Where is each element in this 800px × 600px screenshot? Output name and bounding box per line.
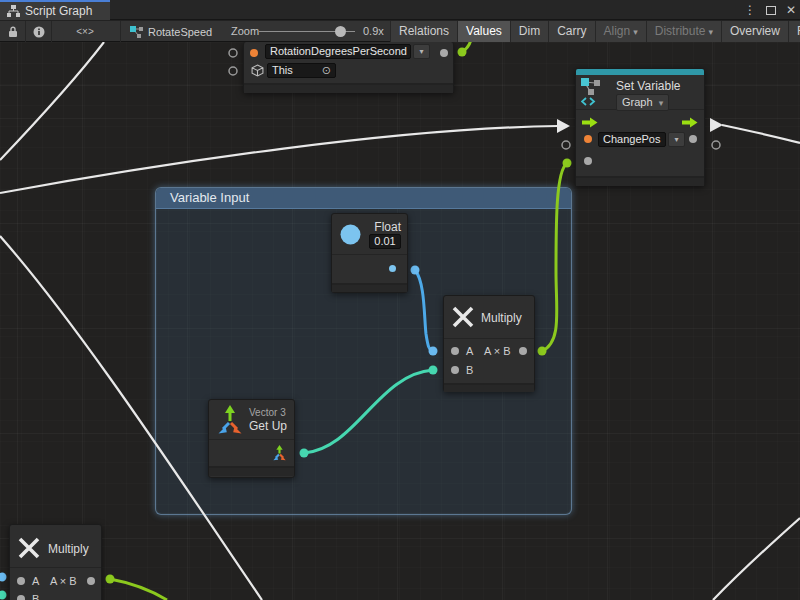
menu-icon[interactable]: ⋮ — [744, 0, 756, 20]
vector3-output-port[interactable] — [272, 445, 287, 461]
node-footer — [332, 283, 407, 292]
float-value-field[interactable]: 0.01 — [369, 234, 401, 249]
node-type-label: Vector 3 — [249, 407, 286, 418]
zoom-slider-handle[interactable] — [335, 26, 346, 37]
wire-green-multiply-to-setvariable[interactable] — [542, 163, 567, 351]
input-port-a[interactable] — [17, 577, 25, 585]
input-port-a[interactable] — [451, 347, 459, 355]
wire-blue-float-to-multiply-a[interactable] — [415, 270, 433, 351]
zoom-value: 0.9x — [363, 25, 384, 37]
object-picker-icon[interactable]: ⊙ — [322, 64, 331, 77]
open-port[interactable] — [229, 67, 237, 75]
zoom-label: Zoom — [231, 25, 259, 37]
align-button[interactable]: Align▾ — [595, 21, 646, 42]
wire-green-multiply2-out[interactable] — [110, 579, 167, 600]
carry-button[interactable]: Carry — [548, 21, 594, 42]
gameobject-cube-icon — [251, 64, 264, 77]
breadcrumb[interactable]: RotateSpeed — [130, 21, 212, 42]
value-output-port[interactable] — [689, 135, 697, 143]
node-header: Vector 3 Get Up — [209, 400, 294, 439]
wire-white-into-setvariable[interactable] — [0, 126, 558, 193]
open-port[interactable] — [229, 49, 237, 57]
wire-end-blue[interactable] — [429, 347, 438, 356]
dim-button[interactable]: Dim — [510, 21, 548, 42]
variable-kind-port[interactable] — [250, 49, 258, 57]
node-get-up[interactable]: Vector 3 Get Up — [208, 399, 295, 478]
value-output-port[interactable] — [389, 265, 396, 272]
node-header: Multiply — [444, 296, 534, 338]
info-icon[interactable] — [26, 21, 51, 42]
port-label-b: B — [466, 364, 473, 376]
open-port[interactable] — [712, 141, 720, 149]
node-set-variable[interactable]: Set Variable Graph ▾ ChangePos ▾ — [575, 68, 705, 186]
float-icon — [340, 224, 361, 245]
wire-teal-getup-to-multiply-b[interactable] — [304, 370, 433, 453]
wire-end-blue[interactable] — [411, 266, 420, 275]
variable-scope-dropdown[interactable]: Graph ▾ — [616, 94, 669, 111]
output-port[interactable] — [87, 577, 95, 585]
variable-dropdown[interactable]: ▾ — [413, 44, 430, 59]
values-button[interactable]: Values — [457, 21, 510, 42]
node-title: Multiply — [48, 542, 89, 556]
node-title: Get Up — [249, 419, 287, 433]
port-label-axb: A × B — [484, 345, 511, 357]
node-multiply-2[interactable]: Multiply A A × B B — [9, 524, 102, 600]
port-label-a: A — [32, 575, 39, 587]
wire-end-blue[interactable] — [0, 573, 7, 582]
wire-white-bottomright[interactable] — [713, 518, 800, 600]
chevron-down-icon: ▾ — [708, 27, 713, 37]
node-header: Set Variable Graph ▾ — [576, 75, 704, 109]
wire-end-teal[interactable] — [429, 366, 438, 375]
node-float-literal[interactable]: Float 0.01 — [331, 213, 408, 293]
port-label-b: B — [32, 593, 39, 600]
wire-end-green[interactable] — [563, 159, 572, 168]
node-footer — [444, 383, 534, 392]
variable-name-field[interactable]: RotationDegreesPerSecond — [265, 44, 411, 59]
node-footer — [209, 466, 294, 476]
open-port[interactable] — [562, 141, 570, 149]
variable-dropdown[interactable]: ▾ — [668, 132, 685, 147]
target-value: This — [272, 64, 293, 77]
wire-white-topleft[interactable] — [0, 42, 104, 160]
chevron-down-icon: ▾ — [659, 98, 664, 108]
wire-end-teal[interactable] — [0, 591, 7, 600]
wire-end-teal[interactable] — [300, 449, 309, 458]
port-label-axb: A × B — [50, 575, 77, 587]
node-footer — [244, 83, 453, 93]
lock-icon[interactable] — [0, 21, 25, 42]
value-output-port[interactable] — [440, 49, 448, 57]
script-graph-icon — [7, 5, 20, 17]
maximize-icon[interactable] — [766, 6, 776, 15]
script-graph-window: Script Graph ⋮ ✕ <×> RotateSpeed — [0, 0, 800, 600]
graph-node-icon — [130, 26, 143, 38]
relations-button[interactable]: Relations — [390, 21, 457, 42]
output-port[interactable] — [519, 347, 527, 355]
node-get-variable[interactable]: RotationDegreesPerSecond ▾ This ⊙ — [243, 42, 454, 93]
graph-canvas[interactable]: Variable Input — [0, 42, 800, 600]
value-input-port[interactable] — [584, 157, 592, 165]
flow-output-port[interactable] — [682, 117, 698, 128]
tab-script-graph[interactable]: Script Graph — [0, 0, 110, 20]
overview-button[interactable]: Overview — [721, 21, 788, 42]
distribute-button[interactable]: Distribute▾ — [646, 21, 721, 42]
node-header: Float 0.01 — [332, 214, 407, 254]
input-port-b[interactable] — [17, 595, 25, 600]
wire-end-green[interactable] — [106, 575, 115, 584]
node-multiply[interactable]: Multiply A A × B B — [443, 295, 535, 392]
chevron-down-icon: ▾ — [633, 27, 638, 37]
wire-end-green[interactable] — [538, 347, 547, 356]
node-header: Multiply — [10, 525, 101, 567]
window-controls: ⋮ ✕ — [744, 0, 796, 20]
variable-name-field[interactable]: ChangePos — [598, 132, 666, 147]
wire-end-green[interactable] — [458, 48, 467, 57]
input-port-b[interactable] — [451, 366, 459, 374]
target-field[interactable]: This ⊙ — [267, 63, 336, 78]
code-icon[interactable]: <×> — [60, 21, 110, 42]
node-body: A A × B B — [10, 568, 101, 600]
close-icon[interactable]: ✕ — [786, 0, 796, 20]
flow-input-port[interactable] — [582, 117, 598, 128]
variable-kind-port[interactable] — [584, 135, 592, 143]
vector3-axes-icon — [216, 405, 244, 435]
wire-white-out-right[interactable] — [722, 125, 800, 143]
fullscreen-button[interactable]: Full Screen — [788, 21, 800, 42]
